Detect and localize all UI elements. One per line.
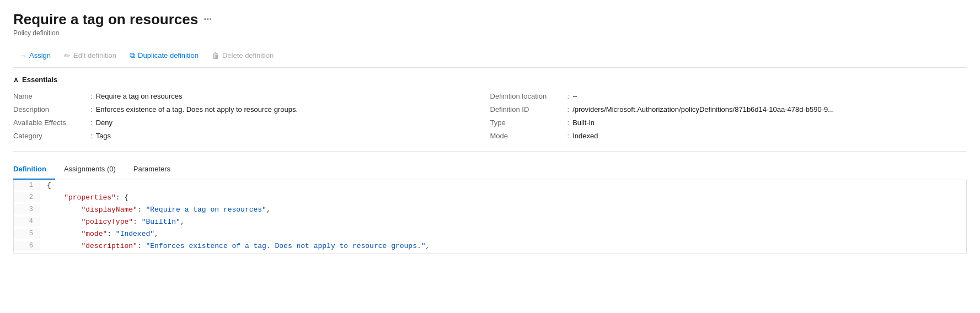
page-container: Require a tag on resources ··· Policy de… <box>0 0 980 253</box>
line-number-2: 2 <box>14 192 40 202</box>
delete-definition-button[interactable]: 🗑 Delete definition <box>206 48 279 63</box>
line-content-5: "mode": "Indexed", <box>40 229 966 239</box>
essentials-grid: Name : Require a tag on resources Descri… <box>13 90 967 143</box>
essentials-row-description: Description : Enforces existence of a ta… <box>13 104 490 117</box>
code-line-3: 3 "displayName": "Require a tag on resou… <box>14 204 966 217</box>
line-number-6: 6 <box>14 241 40 251</box>
duplicate-definition-button[interactable]: ⧉ Duplicate definition <box>124 48 204 63</box>
page-title-row: Require a tag on resources ··· <box>13 11 967 28</box>
line-number-4: 4 <box>14 217 40 226</box>
line-number-3: 3 <box>14 204 40 214</box>
delete-icon: 🗑 <box>212 51 219 60</box>
edit-definition-button[interactable]: ✏ Edit definition <box>58 48 122 63</box>
code-line-1: 1 { <box>14 180 966 192</box>
code-line-6: 6 "description": "Enforces existence of … <box>14 241 966 253</box>
toolbar: → Assign ✏ Edit definition ⧉ Duplicate d… <box>13 44 967 68</box>
ellipsis-menu[interactable]: ··· <box>204 14 212 25</box>
tab-parameters[interactable]: Parameters <box>133 160 179 180</box>
edit-icon: ✏ <box>64 51 71 60</box>
duplicate-icon: ⧉ <box>130 51 135 60</box>
tabs-section: Definition Assignments (0) Parameters <box>13 160 967 180</box>
essentials-row-mode: Mode : Indexed <box>490 130 967 143</box>
essentials-title: ∧ Essentials <box>13 75 967 84</box>
essentials-left-col: Name : Require a tag on resources Descri… <box>13 90 490 143</box>
essentials-section: ∧ Essentials Name : Require a tag on res… <box>13 68 967 152</box>
duplicate-label: Duplicate definition <box>138 51 199 60</box>
essentials-row-type: Type : Built-in <box>490 117 967 130</box>
tab-definition[interactable]: Definition <box>13 160 55 180</box>
line-content-1: { <box>40 180 966 191</box>
edit-label: Edit definition <box>73 51 116 60</box>
page-subtitle: Policy definition <box>13 29 967 37</box>
line-content-3: "displayName": "Require a tag on resourc… <box>40 204 966 215</box>
code-line-2: 2 "properties": { <box>14 192 966 204</box>
delete-label: Delete definition <box>222 51 274 60</box>
essentials-row-category: Category : Tags <box>13 130 490 143</box>
page-title: Require a tag on resources <box>13 11 198 28</box>
essentials-row-def-id: Definition ID : /providers/Microsoft.Aut… <box>490 104 967 117</box>
line-number-5: 5 <box>14 229 40 239</box>
essentials-row-def-location: Definition location : -- <box>490 90 967 104</box>
assign-button[interactable]: → Assign <box>13 48 56 63</box>
code-section: 1 { 2 "properties": { 3 "displayName": "… <box>13 180 967 253</box>
line-content-4: "policyType": "BuiltIn", <box>40 217 966 227</box>
essentials-right-col: Definition location : -- Definition ID :… <box>490 90 967 143</box>
line-number-1: 1 <box>14 180 40 190</box>
essentials-chevron[interactable]: ∧ <box>13 75 19 84</box>
code-line-4: 4 "policyType": "BuiltIn", <box>14 217 966 229</box>
tab-assignments[interactable]: Assignments (0) <box>64 160 125 180</box>
code-line-5: 5 "mode": "Indexed", <box>14 229 966 241</box>
essentials-row-name: Name : Require a tag on resources <box>13 90 490 104</box>
line-content-6: "description": "Enforces existence of a … <box>40 241 966 251</box>
assign-icon: → <box>19 51 26 60</box>
line-content-2: "properties": { <box>40 192 966 203</box>
assign-label: Assign <box>29 51 51 60</box>
essentials-row-effects: Available Effects : Deny <box>13 117 490 130</box>
